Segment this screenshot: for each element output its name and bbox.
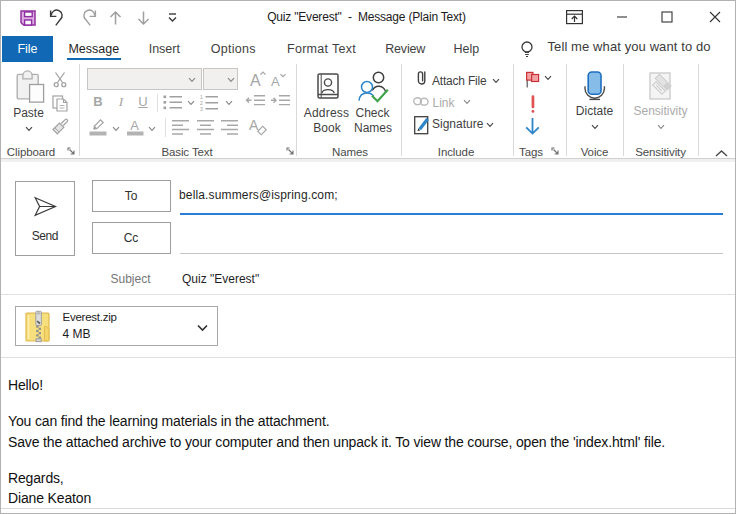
svg-text:A: A	[250, 72, 261, 89]
svg-text:A: A	[271, 74, 280, 89]
svg-text:A: A	[130, 118, 139, 133]
svg-text:A: A	[249, 117, 259, 133]
svg-text:3: 3	[200, 106, 203, 112]
